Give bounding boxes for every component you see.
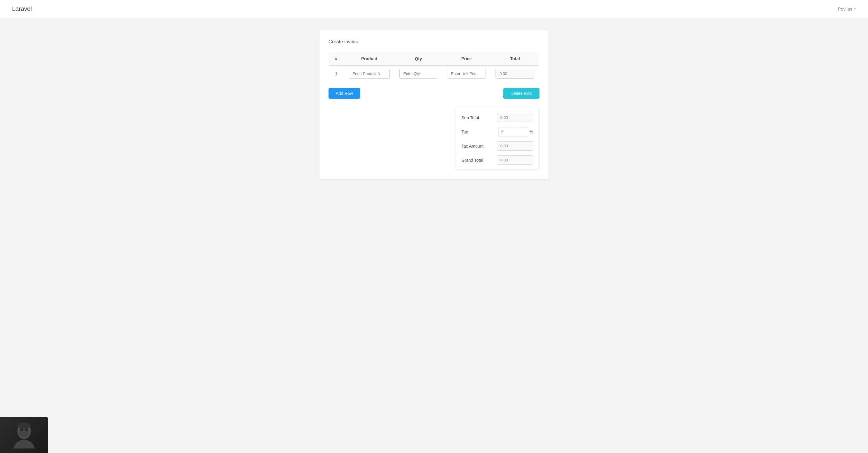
grand-total-row: Grand Total: [461, 155, 533, 165]
row-number: 1: [329, 66, 344, 82]
sub-total-input: [497, 113, 533, 122]
grand-total-label: Grand Total: [461, 158, 489, 163]
tax-input[interactable]: [498, 127, 528, 136]
webcam-feed: [0, 417, 48, 453]
col-header-number: #: [329, 52, 344, 66]
tax-amount-input-wrap: [497, 141, 533, 151]
page-title: Create invoice: [329, 39, 539, 44]
unit-price-input[interactable]: [447, 69, 486, 78]
tax-label: Tax: [461, 130, 489, 134]
qty-input[interactable]: [399, 69, 437, 78]
col-header-total: Total: [491, 52, 539, 66]
tax-input-wrap: %: [498, 127, 533, 136]
total-input: [495, 69, 534, 78]
main-content: Create invoice # Product Qty Price Total…: [0, 18, 868, 191]
invoice-table: # Product Qty Price Total 1: [329, 52, 539, 82]
totals-panel: Sub Total Tax % Tax Amount: [455, 108, 539, 170]
svg-point-4: [18, 423, 31, 429]
navbar-brand[interactable]: Laravel: [12, 5, 32, 12]
navbar: Laravel Povilas ▾: [0, 0, 868, 18]
sub-total-label: Sub Total: [461, 116, 489, 120]
grand-total-input-wrap: [497, 155, 533, 165]
col-header-qty: Qty: [395, 52, 442, 66]
price-cell: [442, 66, 491, 82]
tax-amount-input: [497, 141, 533, 151]
invoice-card: Create invoice # Product Qty Price Total…: [319, 30, 549, 179]
sub-total-row: Sub Total: [461, 113, 533, 122]
webcam-overlay: [0, 417, 48, 453]
total-cell: [491, 66, 539, 82]
percent-symbol: %: [530, 130, 533, 134]
navbar-username: Povilas: [838, 6, 852, 11]
navbar-user-menu[interactable]: Povilas ▾: [838, 6, 856, 11]
svg-point-3: [25, 428, 28, 431]
add-row-button[interactable]: Add Row: [329, 88, 360, 99]
svg-point-2: [21, 428, 23, 431]
qty-cell: [395, 66, 442, 82]
chevron-down-icon: ▾: [854, 7, 856, 11]
delete-row-button[interactable]: Delete Row: [503, 88, 539, 99]
action-buttons-row: Add Row Delete Row: [329, 88, 539, 99]
tax-amount-label: Tax Amount: [461, 144, 489, 149]
col-header-price: Price: [442, 52, 491, 66]
totals-section: Sub Total Tax % Tax Amount: [329, 108, 539, 170]
col-header-product: Product: [344, 52, 395, 66]
product-input[interactable]: [349, 69, 390, 78]
table-header-row: # Product Qty Price Total: [329, 52, 539, 66]
tax-amount-row: Tax Amount: [461, 141, 533, 151]
sub-total-input-wrap: [497, 113, 533, 122]
tax-row: Tax %: [461, 127, 533, 136]
product-cell: [344, 66, 395, 82]
face-silhouette-icon: [12, 421, 36, 449]
table-row: 1: [329, 66, 539, 82]
grand-total-input: [497, 155, 533, 165]
